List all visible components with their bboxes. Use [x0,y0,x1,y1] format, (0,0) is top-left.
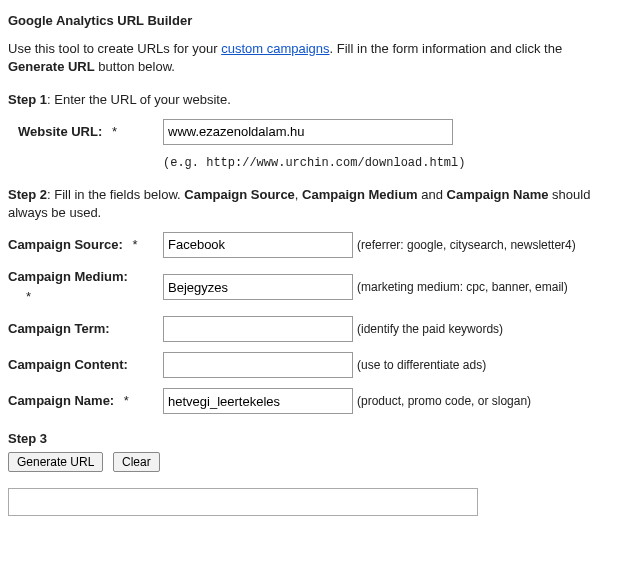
step2-sep1: , [295,187,302,202]
button-row: Generate URL Clear [8,452,617,472]
step2-b2: Campaign Medium [302,187,418,202]
step2-label: Step 2 [8,187,47,202]
campaign-medium-required: * [26,288,163,306]
campaign-medium-label: Campaign Medium: [8,269,128,284]
website-url-label: Website URL: [18,124,102,139]
output-url-input[interactable] [8,488,478,516]
intro-prefix: Use this tool to create URLs for your [8,41,221,56]
campaign-name-input[interactable] [163,388,353,414]
campaign-content-hint: (use to differentiate ads) [353,357,617,374]
step2-sep2: and [418,187,447,202]
output-row [8,488,617,516]
campaign-term-row: Campaign Term: (identify the paid keywor… [8,316,617,342]
step2-pre: : Fill in the fields below. [47,187,184,202]
campaign-source-input[interactable] [163,232,353,258]
campaign-term-hint: (identify the paid keywords) [353,321,617,338]
intro-text: Use this tool to create URLs for your cu… [8,40,617,76]
intro-suffix: . Fill in the form information and click… [330,41,563,56]
campaign-medium-input[interactable] [163,274,353,300]
campaign-content-label: Campaign Content: [8,357,128,372]
generate-url-button[interactable]: Generate URL [8,452,103,472]
campaign-name-required: * [124,393,129,408]
campaign-term-input[interactable] [163,316,353,342]
website-url-input[interactable] [163,119,453,145]
website-url-required: * [112,124,117,139]
campaign-name-row: Campaign Name: * (product, promo code, o… [8,388,617,414]
intro-after-bold: button below. [95,59,175,74]
custom-campaigns-link[interactable]: custom campaigns [221,41,329,56]
campaign-name-hint: (product, promo code, or slogan) [353,393,617,410]
page-title: Google Analytics URL Builder [8,12,617,30]
website-url-row: Website URL: * [8,119,617,145]
step2-b3: Campaign Name [447,187,549,202]
campaign-medium-row: Campaign Medium: * (marketing medium: cp… [8,268,617,306]
campaign-term-label: Campaign Term: [8,321,110,336]
campaign-name-label: Campaign Name: [8,393,114,408]
clear-button[interactable]: Clear [113,452,160,472]
campaign-content-input[interactable] [163,352,353,378]
campaign-source-required: * [132,237,137,252]
intro-bold: Generate URL [8,59,95,74]
campaign-source-label: Campaign Source: [8,237,123,252]
campaign-content-row: Campaign Content: (use to differentiate … [8,352,617,378]
step3-heading: Step 3 [8,430,617,448]
step2-heading: Step 2: Fill in the fields below. Campai… [8,186,617,222]
step1-label: Step 1 [8,92,47,107]
campaign-medium-hint: (marketing medium: cpc, banner, email) [353,279,617,296]
website-url-example: (e.g. http://www.urchin.com/download.htm… [163,155,617,172]
step2-b1: Campaign Source [184,187,295,202]
campaign-source-row: Campaign Source: * (referrer: google, ci… [8,232,617,258]
step1-text: : Enter the URL of your website. [47,92,231,107]
step1-heading: Step 1: Enter the URL of your website. [8,91,617,109]
campaign-source-hint: (referrer: google, citysearch, newslette… [353,237,617,254]
